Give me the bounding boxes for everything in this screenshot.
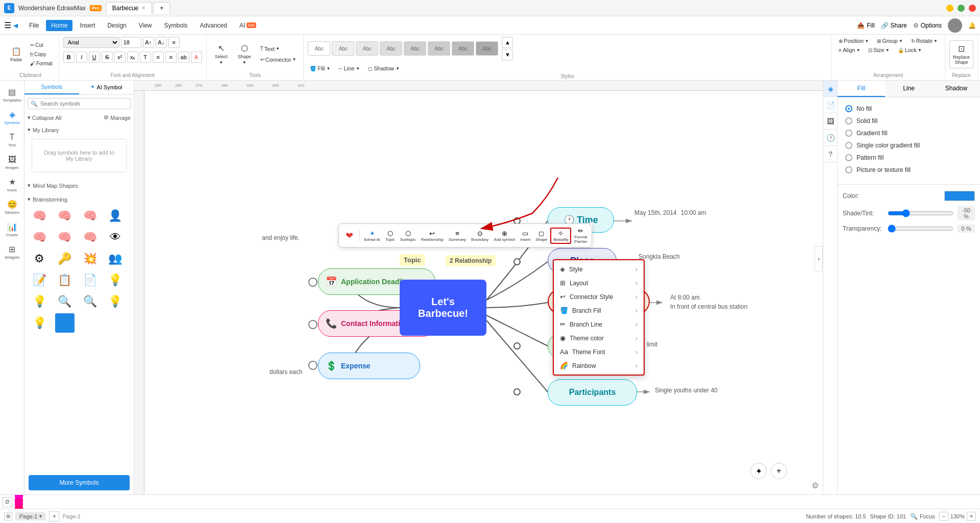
symbol-item[interactable]: 🧠 (30, 206, 49, 226)
symbol-item[interactable]: 📝 (30, 270, 49, 290)
style-thumb-8[interactable]: Abc (476, 41, 498, 56)
toolbar-resize-handle[interactable] (590, 222, 594, 226)
superscript-btn[interactable]: x² (114, 52, 126, 63)
menu-ai[interactable]: AI Hot (234, 20, 261, 31)
panel-icon-stickers[interactable]: 😊 Stickers (2, 197, 22, 217)
symbol-item[interactable]: 📄 (80, 270, 100, 290)
menu-home[interactable]: Home (46, 20, 72, 31)
shape-btn[interactable]: ⬡ Shape ▼ (234, 40, 255, 68)
symbol-item[interactable]: 👥 (106, 249, 125, 268)
panel-icon-templates[interactable]: ▤ Templates (2, 85, 22, 105)
align-btn[interactable]: ≡ Align ▼ (836, 46, 863, 54)
ab-btn[interactable]: ab (178, 52, 189, 63)
nav-collapse-icon[interactable]: ◀ (13, 22, 18, 29)
replace-shape-btn[interactable]: ⊡ Replace Shape (949, 40, 973, 68)
bold-btn[interactable]: B (63, 52, 75, 63)
more-symbols-btn[interactable]: More Symbols (29, 475, 130, 490)
boundary-btn[interactable]: ⊙ Boundary (469, 229, 491, 243)
collapse-all-btn[interactable]: ▾ Collapse All (28, 114, 61, 121)
maximize-button[interactable] (958, 5, 965, 12)
zoom-out-btn[interactable]: − (939, 512, 948, 521)
symbol-item[interactable] (55, 313, 75, 333)
search-input[interactable] (28, 98, 131, 109)
fill-option-pattern[interactable]: Pattern fill (843, 152, 975, 164)
group-btn[interactable]: ⊞ Group ▼ (874, 37, 906, 45)
nav-back-icon[interactable]: ☰ (4, 20, 11, 30)
font-family-select[interactable]: Arial (63, 37, 119, 48)
user-avatar[interactable] (948, 18, 962, 33)
subtopic-btn[interactable]: ⬡ Subtopic (398, 229, 418, 243)
node-expense[interactable]: 💲 Expense (318, 353, 420, 379)
right-panel-history-icon[interactable]: 🕐 (823, 130, 838, 146)
panel-icon-text[interactable]: T Text (2, 130, 22, 150)
symbol-item[interactable]: 💥 (80, 249, 100, 268)
strikethrough-btn[interactable]: S (102, 52, 113, 63)
shadow-dropdown-btn[interactable]: ◻ Shadow ▼ (366, 64, 402, 72)
cut-btn[interactable]: ✂ Cut (28, 41, 55, 49)
palette-color-swatch[interactable] (15, 506, 23, 509)
connector-btn[interactable]: ↩ Connector ▼ (257, 55, 300, 64)
symbol-item[interactable]: 🔑 (55, 249, 75, 268)
fill-option-picture[interactable]: Picture or texture fill (843, 164, 975, 176)
ctx-layout[interactable]: ⊞ Layout › (554, 276, 644, 290)
list-btn[interactable]: ≡ (153, 52, 164, 63)
node-participants[interactable]: Participants (548, 379, 637, 406)
add-symbol-btn[interactable]: ⊕ Add symbol (492, 229, 517, 243)
symbol-item[interactable]: 💡 (30, 313, 49, 333)
palette-color-swatch[interactable] (15, 494, 23, 498)
symbol-item[interactable]: 🧠 (30, 228, 49, 247)
zoom-level[interactable]: 130% (950, 513, 965, 519)
rotate-btn[interactable]: ↻ Rotate ▼ (908, 37, 941, 45)
brainstorming-header[interactable]: ▾ Brainstorming (28, 194, 131, 204)
ctx-rainbow[interactable]: 🌈 Rainbow › (554, 359, 644, 372)
canvas-settings-btn[interactable]: ⚙ (812, 481, 819, 490)
style-thumb-4[interactable]: Abc (380, 41, 402, 56)
canvas-content[interactable]: and enjoy life. dollars each 📅 App (144, 91, 823, 494)
right-panel-fill-icon[interactable]: ◈ (823, 81, 838, 97)
right-panel-doc-icon[interactable]: 📄 (823, 97, 838, 113)
paste-btn[interactable]: 📋 Paste (6, 43, 26, 65)
canvas-area[interactable]: 250260270 280290300 310 (134, 81, 823, 494)
symbol-item[interactable]: 🔍 (55, 292, 75, 311)
panel-icon-icons[interactable]: ★ Icons (2, 175, 22, 195)
symbol-item[interactable]: ⚙ (30, 249, 49, 268)
italic-btn[interactable]: I (76, 52, 87, 63)
topic-toolbar-btn[interactable]: ⬡ Topic (383, 229, 397, 243)
no-color-btn[interactable]: ∅ (2, 497, 12, 507)
file-tab-barbecue[interactable]: Barbecue ✕ (106, 2, 152, 14)
right-tab-line[interactable]: Line (885, 81, 933, 97)
close-button[interactable] (969, 5, 976, 12)
style-thumb-2[interactable]: Abc (332, 41, 354, 56)
symbol-item[interactable]: 💡 (30, 292, 49, 311)
styles-scroll-up[interactable]: ▲ (502, 37, 513, 48)
symbol-item[interactable]: 🧠 (55, 228, 75, 247)
ctx-connector-style[interactable]: ↩ Connector Style › (554, 290, 644, 304)
insert-toolbar-btn[interactable]: ▭ Insert (518, 229, 532, 243)
shape-toolbar-btn[interactable]: ◻ Shape (533, 229, 549, 243)
symbol-item[interactable]: 👁 (106, 228, 125, 247)
node-relationship[interactable]: 2 Relationship (446, 255, 496, 266)
styles-scroll-down[interactable]: ▼ (502, 49, 513, 60)
select-btn[interactable]: ↖ Select ▼ (211, 40, 232, 68)
share-btn[interactable]: 🔗 Share (881, 22, 907, 29)
notification-icon[interactable]: 🔔 (968, 22, 976, 29)
symbol-item[interactable]: 💡 (106, 270, 125, 290)
ctx-theme-font[interactable]: Aa Theme Font › (554, 345, 644, 359)
bottom-grid-btn[interactable]: ⊞ (4, 512, 12, 520)
panel-icon-widgets[interactable]: ⊞ Widgets (2, 242, 22, 262)
copy-btn[interactable]: ⎘ Copy (28, 51, 55, 58)
position-btn[interactable]: ⊕ Position ▼ (836, 37, 872, 45)
style-thumb-6[interactable]: Abc (428, 41, 450, 56)
summary-btn[interactable]: ≡ Summary (447, 229, 468, 243)
node-topic[interactable]: Topic (400, 254, 425, 266)
mind-map-shapes-header[interactable]: ▾ Mind Map Shapes (28, 181, 131, 190)
style-thumb-3[interactable]: Abc (356, 41, 378, 56)
symbol-item[interactable]: 🧠 (80, 228, 100, 247)
page-tab[interactable]: Page-1 ▾ (15, 512, 46, 520)
symbol-item[interactable]: 🔍 (80, 292, 100, 311)
text-color-btn[interactable]: A (191, 52, 202, 63)
size-btn[interactable]: ⊡ Size ▼ (865, 46, 892, 54)
ctx-style[interactable]: ◈ Style › (554, 262, 644, 276)
color-swatch[interactable] (944, 191, 975, 201)
symbol-item[interactable]: 🧠 (55, 206, 75, 226)
